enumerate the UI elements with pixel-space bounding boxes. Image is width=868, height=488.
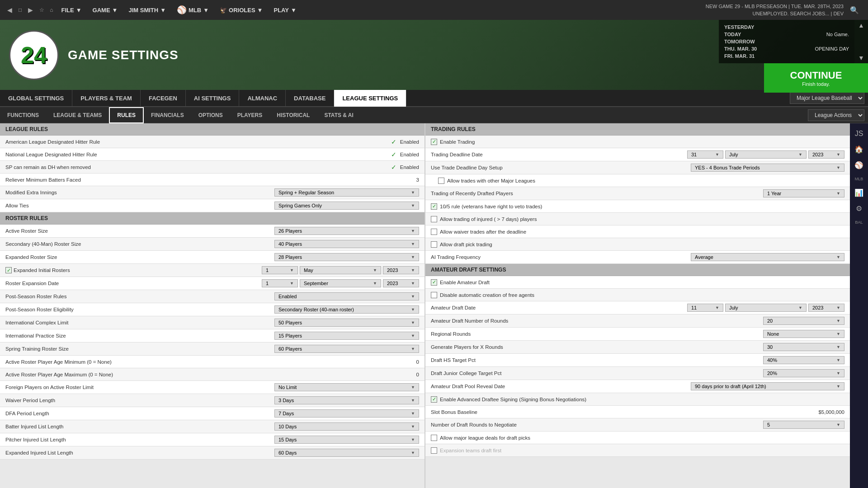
tab-almanac[interactable]: ALMANAC: [239, 89, 286, 107]
league-actions-dropdown[interactable]: League Actions: [808, 109, 864, 121]
amateur-draft-rounds-dropdown[interactable]: 20▼: [763, 317, 844, 325]
rule-105-checkbox[interactable]: ✓: [431, 203, 437, 210]
exp-initial-year-dropdown[interactable]: 2023▼: [383, 266, 419, 274]
roster-exp-month-dropdown[interactable]: September▼: [300, 279, 381, 287]
foreign-players-dropdown[interactable]: No Limit▼: [274, 383, 419, 391]
tab-database[interactable]: DATABASE: [286, 89, 334, 107]
scroll-up-icon[interactable]: ▲: [858, 22, 864, 29]
rule-draft-rounds-negotiate: Number of Draft Rounds to Negotiate 5▼: [425, 418, 850, 432]
content-area: LEAGUE RULES American League Designated …: [0, 123, 868, 488]
rule-age-min: Active Roster Player Age Minimum (0 = No…: [0, 356, 425, 368]
home-icon[interactable]: ⌂: [48, 6, 55, 14]
rule-secondary-roster: Secondary (40-Man) Roster Size 40 Player…: [0, 238, 425, 251]
sidebar-baseball-icon[interactable]: ⚾: [851, 158, 867, 172]
continue-button[interactable]: CONTINUE Finish today.: [764, 63, 868, 93]
back-arrow[interactable]: ◀: [5, 5, 15, 15]
rule-dfa-period: DFA Period Length 7 Days▼: [0, 407, 425, 420]
sidebar-stats-icon[interactable]: 📊: [851, 186, 867, 200]
search-icon[interactable]: 🔍: [845, 4, 863, 16]
trading-deadline-year-dropdown[interactable]: 2023▼: [808, 150, 844, 159]
allow-major-league-deals-checkbox[interactable]: [431, 435, 437, 441]
disable-auto-creation-checkbox[interactable]: [431, 292, 437, 298]
subtab-options[interactable]: OPTIONS: [191, 107, 230, 123]
dfa-period-dropdown[interactable]: 7 Days▼: [274, 409, 419, 418]
draft-pool-reveal-dropdown[interactable]: 90 days prior to draft (April 12th)▼: [691, 382, 844, 390]
forward-arrow[interactable]: ▶: [25, 5, 36, 15]
subtab-players[interactable]: PLAYERS: [230, 107, 270, 123]
regional-rounds-dropdown[interactable]: None▼: [763, 330, 844, 338]
ai-trading-freq-dropdown[interactable]: Average▼: [691, 253, 844, 261]
tab-league-settings[interactable]: LEAGUE SETTINGS: [334, 89, 406, 107]
expanded-initial-checkbox[interactable]: ✓: [5, 267, 12, 273]
subtab-financials[interactable]: FINANCIALS: [144, 107, 191, 123]
trading-deadline-month-dropdown[interactable]: July▼: [725, 150, 807, 159]
star-icon[interactable]: ☆: [38, 6, 46, 14]
enable-amateur-draft-checkbox[interactable]: ✓: [431, 279, 437, 286]
tab-facegen[interactable]: FACEGEN: [141, 89, 186, 107]
exp-initial-month-dropdown[interactable]: May▼: [300, 266, 381, 274]
pitcher-il-dropdown[interactable]: 15 Days▼: [274, 436, 419, 444]
generate-players-dropdown[interactable]: 30▼: [763, 343, 844, 351]
window-icon[interactable]: □: [17, 6, 24, 14]
extra-innings-dropdown[interactable]: Spring + Regular Season▼: [274, 188, 419, 197]
rule-enable-amateur-draft: ✓ Enable Amateur Draft: [425, 276, 850, 289]
league-dropdown[interactable]: Major League Baseball: [790, 92, 864, 104]
roster-exp-day-dropdown[interactable]: 1▼: [262, 279, 298, 287]
amateur-draft-year-dropdown[interactable]: 2023▼: [808, 304, 844, 312]
spring-training-dropdown[interactable]: 60 Players▼: [274, 345, 419, 353]
allow-ties-dropdown[interactable]: Spring Games Only▼: [274, 202, 419, 210]
expanded-roster-dropdown[interactable]: 28 Players▼: [274, 253, 419, 261]
schedule-scroll[interactable]: ▲ ▼: [854, 20, 868, 63]
amateur-draft-day-dropdown[interactable]: 11▼: [687, 304, 723, 312]
amateur-draft-month-dropdown[interactable]: July▼: [725, 304, 807, 312]
menu-file[interactable]: FILE ▼: [57, 5, 86, 15]
waiver-trades-checkbox[interactable]: [431, 229, 437, 235]
sidebar-home-icon[interactable]: 🏠: [851, 142, 867, 156]
tab-ai-settings[interactable]: AI SETTINGS: [186, 89, 240, 107]
subtab-historical[interactable]: HISTORICAL: [269, 107, 317, 123]
expansion-teams-draft-first-checkbox[interactable]: [431, 447, 437, 454]
postseason-eligibility-dropdown[interactable]: Secondary Roster (40-man roster)▼: [274, 305, 419, 314]
tab-global-settings[interactable]: GLOBAL SETTINGS: [0, 89, 72, 107]
exp-initial-day-dropdown[interactable]: 1▼: [262, 266, 298, 274]
enable-advanced-draftee-checkbox[interactable]: ✓: [431, 396, 437, 403]
menu-game[interactable]: GAME ▼: [88, 5, 123, 15]
enable-trading-checkbox[interactable]: ✓: [431, 139, 437, 145]
draft-rounds-negotiate-dropdown[interactable]: 5▼: [763, 421, 844, 429]
trading-injured-checkbox[interactable]: [431, 216, 437, 222]
rule-allow-trading-injured: Allow trading of injured ( > 7 days) pla…: [425, 213, 850, 225]
continue-label: CONTINUE: [790, 70, 842, 81]
intl-complex-dropdown[interactable]: 50 Players▼: [274, 319, 419, 327]
draft-pick-checkbox[interactable]: [431, 241, 437, 248]
draft-junior-college-dropdown[interactable]: 20%▼: [763, 369, 844, 377]
menu-play[interactable]: PLAY ▼: [269, 5, 301, 15]
sidebar-settings-icon[interactable]: ⚙: [851, 202, 867, 216]
postseason-roster-rules-dropdown[interactable]: Enabled▼: [274, 292, 419, 300]
allow-trades-major-checkbox[interactable]: [438, 178, 444, 184]
subtab-rules[interactable]: RULES: [109, 107, 144, 123]
intl-practice-dropdown[interactable]: 15 Players▼: [274, 332, 419, 340]
menu-orioles[interactable]: 🦅 ORIOLES ▼: [215, 5, 267, 15]
subtab-stats-ai[interactable]: STATS & AI: [317, 107, 360, 123]
subtab-league-teams[interactable]: LEAGUE & TEAMS: [46, 107, 109, 123]
menu-mlb[interactable]: ⚾ MLB ▼: [172, 3, 213, 17]
trade-deadline-setup-dropdown[interactable]: YES - 4 Bonus Trade Periods▼: [691, 164, 844, 172]
scroll-down-icon[interactable]: ▼: [858, 54, 864, 61]
rule-allow-major-league-deals: Allow major league deals for draft picks: [425, 432, 850, 444]
rule-batter-il: Batter Injured List Length 10 Days▼: [0, 420, 425, 433]
expanded-il-dropdown[interactable]: 60 Days▼: [274, 449, 419, 457]
draft-hs-target-dropdown[interactable]: 40%▼: [763, 356, 844, 364]
active-roster-dropdown[interactable]: 26 Players▼: [274, 227, 419, 235]
rule-allow-ties: Allow Ties Spring Games Only▼: [0, 199, 425, 212]
batter-il-dropdown[interactable]: 10 Days▼: [274, 422, 419, 431]
trading-deadline-day-dropdown[interactable]: 31▼: [687, 150, 723, 159]
menu-jimsmith[interactable]: JIM SMITH ▼: [124, 5, 170, 15]
roster-exp-year-dropdown[interactable]: 2023▼: [383, 279, 419, 287]
waiver-period-dropdown[interactable]: 3 Days▼: [274, 396, 419, 404]
subtab-functions[interactable]: FUNCTIONS: [0, 107, 46, 123]
sidebar-js-icon[interactable]: JS: [851, 127, 867, 141]
tab-players-team[interactable]: PLAYERS & TEAM: [72, 89, 141, 107]
trading-recently-drafted-dropdown[interactable]: 1 Year▼: [763, 189, 844, 197]
trading-rules-header: TRADING RULES: [425, 123, 850, 136]
secondary-roster-dropdown[interactable]: 40 Players▼: [274, 240, 419, 248]
